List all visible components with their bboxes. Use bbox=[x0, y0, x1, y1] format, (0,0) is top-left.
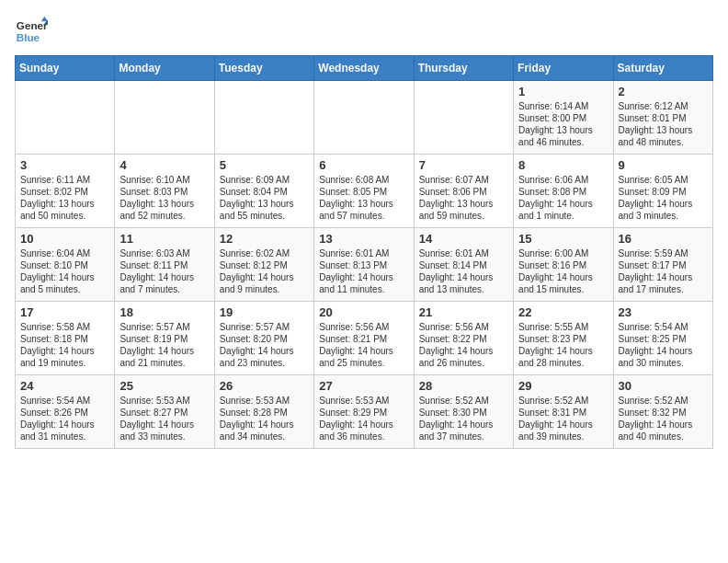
day-number: 4 bbox=[119, 158, 209, 172]
day-number: 16 bbox=[619, 232, 708, 246]
day-info: Sunrise: 6:07 AM bbox=[419, 174, 508, 186]
day-info: Sunset: 8:29 PM bbox=[319, 407, 408, 419]
weekday-header: Friday bbox=[514, 56, 613, 81]
calendar-cell: 26Sunrise: 5:53 AMSunset: 8:28 PMDayligh… bbox=[214, 375, 313, 449]
day-info: Sunset: 8:16 PM bbox=[518, 259, 608, 271]
day-info: Sunrise: 6:00 AM bbox=[518, 247, 608, 259]
day-info: Daylight: 14 hours and 9 minutes. bbox=[220, 271, 309, 295]
day-info: Daylight: 14 hours and 25 minutes. bbox=[319, 345, 408, 369]
weekday-header: Monday bbox=[115, 56, 214, 81]
day-number: 23 bbox=[619, 305, 708, 319]
day-number: 20 bbox=[319, 305, 408, 319]
day-number: 19 bbox=[220, 305, 309, 319]
svg-text:Blue: Blue bbox=[17, 31, 40, 43]
day-info: Sunset: 8:03 PM bbox=[119, 186, 209, 198]
calendar-cell: 10Sunrise: 6:04 AMSunset: 8:10 PMDayligh… bbox=[16, 228, 115, 302]
day-info: Daylight: 14 hours and 37 minutes. bbox=[419, 419, 508, 442]
day-info: Daylight: 14 hours and 33 minutes. bbox=[119, 419, 209, 442]
day-info: Sunrise: 6:08 AM bbox=[319, 174, 408, 186]
day-info: Sunrise: 6:04 AM bbox=[20, 247, 109, 259]
calendar-cell: 23Sunrise: 5:54 AMSunset: 8:25 PMDayligh… bbox=[613, 302, 712, 375]
calendar-cell: 4Sunrise: 6:10 AMSunset: 8:03 PMDaylight… bbox=[115, 155, 214, 228]
calendar-cell bbox=[115, 81, 214, 155]
day-info: Sunrise: 5:59 AM bbox=[619, 247, 708, 259]
day-number: 24 bbox=[20, 379, 109, 393]
weekday-header: Thursday bbox=[414, 56, 513, 81]
calendar-cell: 15Sunrise: 6:00 AMSunset: 8:16 PMDayligh… bbox=[514, 228, 613, 302]
calendar-cell: 28Sunrise: 5:52 AMSunset: 8:30 PMDayligh… bbox=[414, 375, 513, 449]
day-info: Daylight: 14 hours and 17 minutes. bbox=[619, 271, 708, 295]
calendar-cell: 25Sunrise: 5:53 AMSunset: 8:27 PMDayligh… bbox=[115, 375, 214, 449]
day-info: Daylight: 13 hours and 52 minutes. bbox=[119, 198, 209, 222]
day-number: 22 bbox=[518, 305, 608, 319]
day-number: 2 bbox=[619, 85, 708, 98]
day-info: Sunset: 8:18 PM bbox=[20, 333, 109, 345]
day-info: Sunrise: 5:56 AM bbox=[419, 321, 508, 333]
day-info: Sunrise: 6:03 AM bbox=[119, 247, 209, 259]
day-info: Sunset: 8:25 PM bbox=[619, 333, 708, 345]
day-info: Sunset: 8:28 PM bbox=[220, 407, 309, 419]
day-info: Sunrise: 5:52 AM bbox=[518, 395, 608, 407]
calendar-week-row: 10Sunrise: 6:04 AMSunset: 8:10 PMDayligh… bbox=[16, 228, 713, 302]
calendar-cell bbox=[214, 81, 313, 155]
calendar-cell: 6Sunrise: 6:08 AMSunset: 8:05 PMDaylight… bbox=[314, 155, 414, 228]
day-info: Sunset: 8:05 PM bbox=[319, 186, 408, 198]
calendar-cell: 20Sunrise: 5:56 AMSunset: 8:21 PMDayligh… bbox=[314, 302, 414, 375]
day-number: 17 bbox=[20, 305, 109, 319]
calendar-week-row: 17Sunrise: 5:58 AMSunset: 8:18 PMDayligh… bbox=[16, 302, 713, 375]
day-info: Sunset: 8:09 PM bbox=[619, 186, 708, 198]
weekday-header: Sunday bbox=[16, 56, 115, 81]
day-info: Sunset: 8:01 PM bbox=[619, 112, 708, 124]
calendar-cell: 5Sunrise: 6:09 AMSunset: 8:04 PMDaylight… bbox=[214, 155, 313, 228]
day-info: Daylight: 14 hours and 39 minutes. bbox=[518, 419, 608, 442]
day-info: Daylight: 13 hours and 50 minutes. bbox=[20, 198, 109, 222]
calendar-week-row: 24Sunrise: 5:54 AMSunset: 8:26 PMDayligh… bbox=[16, 375, 713, 449]
day-info: Sunrise: 5:57 AM bbox=[119, 321, 209, 333]
weekday-header: Wednesday bbox=[314, 56, 414, 81]
day-number: 29 bbox=[518, 379, 608, 393]
day-info: Daylight: 14 hours and 36 minutes. bbox=[319, 419, 408, 442]
calendar-cell: 22Sunrise: 5:55 AMSunset: 8:23 PMDayligh… bbox=[514, 302, 613, 375]
day-info: Daylight: 14 hours and 13 minutes. bbox=[419, 271, 508, 295]
calendar-cell: 9Sunrise: 6:05 AMSunset: 8:09 PMDaylight… bbox=[613, 155, 712, 228]
day-info: Daylight: 14 hours and 30 minutes. bbox=[619, 345, 708, 369]
day-info: Sunrise: 5:52 AM bbox=[619, 395, 708, 407]
day-info: Daylight: 14 hours and 34 minutes. bbox=[220, 419, 309, 442]
calendar-cell bbox=[16, 81, 115, 155]
day-number: 1 bbox=[518, 85, 608, 98]
day-info: Sunrise: 5:52 AM bbox=[419, 395, 508, 407]
day-number: 15 bbox=[518, 232, 608, 246]
day-info: Sunset: 8:30 PM bbox=[419, 407, 508, 419]
logo-icon: General Blue bbox=[15, 15, 48, 48]
calendar-cell bbox=[414, 81, 513, 155]
day-info: Daylight: 13 hours and 57 minutes. bbox=[319, 198, 408, 222]
day-info: Sunrise: 6:06 AM bbox=[518, 174, 608, 186]
page-header: General Blue bbox=[15, 15, 713, 48]
day-number: 5 bbox=[220, 158, 309, 172]
day-info: Sunrise: 5:53 AM bbox=[319, 395, 408, 407]
day-info: Daylight: 14 hours and 40 minutes. bbox=[619, 419, 708, 442]
day-info: Sunset: 8:10 PM bbox=[20, 259, 109, 271]
day-info: Sunrise: 6:14 AM bbox=[518, 100, 608, 112]
day-number: 6 bbox=[319, 158, 408, 172]
calendar-cell: 16Sunrise: 5:59 AMSunset: 8:17 PMDayligh… bbox=[613, 228, 712, 302]
day-info: Sunrise: 6:02 AM bbox=[220, 247, 309, 259]
day-info: Daylight: 14 hours and 23 minutes. bbox=[220, 345, 309, 369]
day-number: 11 bbox=[119, 232, 209, 246]
day-info: Daylight: 13 hours and 48 minutes. bbox=[619, 124, 708, 148]
day-info: Sunset: 8:32 PM bbox=[619, 407, 708, 419]
calendar-cell: 17Sunrise: 5:58 AMSunset: 8:18 PMDayligh… bbox=[16, 302, 115, 375]
day-info: Sunrise: 5:53 AM bbox=[220, 395, 309, 407]
day-number: 25 bbox=[119, 379, 209, 393]
day-info: Sunrise: 5:53 AM bbox=[119, 395, 209, 407]
day-number: 14 bbox=[419, 232, 508, 246]
calendar-cell: 8Sunrise: 6:06 AMSunset: 8:08 PMDaylight… bbox=[514, 155, 613, 228]
day-number: 18 bbox=[119, 305, 209, 319]
calendar-cell: 13Sunrise: 6:01 AMSunset: 8:13 PMDayligh… bbox=[314, 228, 414, 302]
day-info: Daylight: 14 hours and 11 minutes. bbox=[319, 271, 408, 295]
day-info: Daylight: 14 hours and 5 minutes. bbox=[20, 271, 109, 295]
calendar-cell: 30Sunrise: 5:52 AMSunset: 8:32 PMDayligh… bbox=[613, 375, 712, 449]
day-info: Sunrise: 5:57 AM bbox=[220, 321, 309, 333]
day-info: Daylight: 14 hours and 21 minutes. bbox=[119, 345, 209, 369]
calendar-cell: 29Sunrise: 5:52 AMSunset: 8:31 PMDayligh… bbox=[514, 375, 613, 449]
